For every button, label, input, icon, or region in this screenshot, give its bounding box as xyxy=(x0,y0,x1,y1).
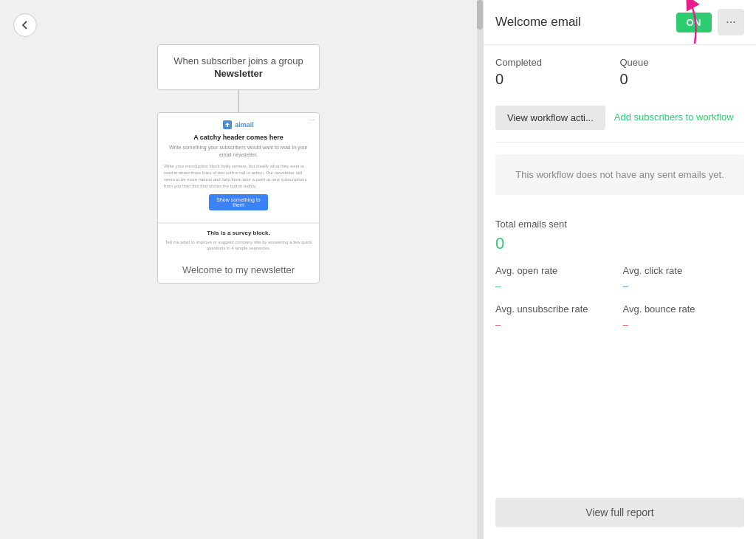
avg-unsubscribe-rate-label: Avg. unsubscribe rate xyxy=(495,303,617,315)
queue-value: 0 xyxy=(620,71,745,88)
email-edit-label: ··· xyxy=(309,116,315,123)
scrollbar-thumb[interactable] xyxy=(477,0,483,30)
email-preview-subtitle: Write something your subscribers would w… xyxy=(164,144,313,159)
header-actions: ON ··· xyxy=(676,9,745,35)
trigger-node[interactable]: When subscriber joins a group Newsletter xyxy=(157,44,320,90)
brand-icon xyxy=(223,120,232,129)
completed-value: 0 xyxy=(495,71,620,88)
email-preview-body: Write your introduction block body conte… xyxy=(164,163,313,190)
avg-bounce-rate: Avg. bounce rate – xyxy=(623,303,745,330)
divider-1 xyxy=(495,142,744,143)
back-button[interactable] xyxy=(13,13,37,37)
back-arrow-icon xyxy=(20,20,30,30)
rates-section: Avg. open rate – Avg. click rate – Avg. … xyxy=(484,259,756,336)
trigger-subtitle: When subscriber joins a group xyxy=(173,55,303,66)
no-emails-message: This workflow does not have any sent ema… xyxy=(495,154,744,195)
stats-section: Completed 0 Queue 0 xyxy=(484,45,756,103)
add-subscribers-link[interactable]: Add subscribers to workflow xyxy=(614,111,734,124)
avg-open-rate-label: Avg. open rate xyxy=(495,265,617,276)
email-brand: aimail xyxy=(164,120,313,129)
email-cta-button: Show something to them xyxy=(209,194,268,210)
survey-text: Tell me what to improve or suggest compa… xyxy=(164,239,313,252)
rates-grid: Avg. open rate – Avg. click rate – Avg. … xyxy=(495,265,744,330)
scrollbar-track[interactable] xyxy=(477,0,483,539)
view-full-report-button[interactable]: View full report xyxy=(495,498,744,527)
more-options-button[interactable]: ··· xyxy=(718,9,744,35)
avg-open-rate-value: – xyxy=(495,281,617,292)
panel-title: Welcome email xyxy=(495,15,581,30)
total-emails-value: 0 xyxy=(495,234,744,253)
queue-label: Queue xyxy=(620,57,745,68)
actions-row: View workflow acti... Add subscribers to… xyxy=(484,103,756,142)
completed-stat: Completed 0 xyxy=(495,57,620,97)
completed-label: Completed xyxy=(495,57,620,68)
connector-line-1 xyxy=(238,90,239,112)
email-preview-title: A catchy header comes here xyxy=(164,134,313,141)
avg-click-rate-value: – xyxy=(623,281,745,292)
email-caption: Welcome to my newsletter xyxy=(158,257,319,283)
view-workflow-button[interactable]: View workflow acti... xyxy=(495,106,605,130)
avg-unsubscribe-rate-value: – xyxy=(495,319,617,330)
trigger-group-name: Newsletter xyxy=(173,68,304,79)
email-preview-inner: aimail A catchy header comes here Write … xyxy=(158,113,319,223)
svg-marker-0 xyxy=(225,123,230,127)
workflow-canvas-panel: When subscriber joins a group Newsletter… xyxy=(0,0,483,539)
total-emails-label: Total emails sent xyxy=(495,219,744,230)
right-header: Welcome email ON ··· xyxy=(484,0,756,45)
workflow-canvas: When subscriber joins a group Newsletter… xyxy=(0,0,477,539)
email-node[interactable]: ··· aimail A catchy header comes here Wr… xyxy=(157,112,320,284)
avg-bounce-rate-value: – xyxy=(623,319,745,330)
survey-title: This is a survey block. xyxy=(164,230,313,236)
full-report-section: View full report xyxy=(484,486,756,539)
queue-stat: Queue 0 xyxy=(620,57,745,97)
avg-click-rate: Avg. click rate – xyxy=(623,265,745,292)
avg-unsubscribe-rate: Avg. unsubscribe rate – xyxy=(495,303,617,330)
email-survey-block: This is a survey block. Tell me what to … xyxy=(158,224,319,258)
avg-open-rate: Avg. open rate – xyxy=(495,265,617,292)
brand-name: aimail xyxy=(235,121,254,128)
avg-bounce-rate-label: Avg. bounce rate xyxy=(623,303,745,315)
on-badge[interactable]: ON xyxy=(676,13,712,32)
right-panel: Welcome email ON ··· Completed 0 Queue 0… xyxy=(483,0,756,539)
avg-click-rate-label: Avg. click rate xyxy=(623,265,745,276)
total-emails-section: Total emails sent 0 xyxy=(484,207,756,259)
